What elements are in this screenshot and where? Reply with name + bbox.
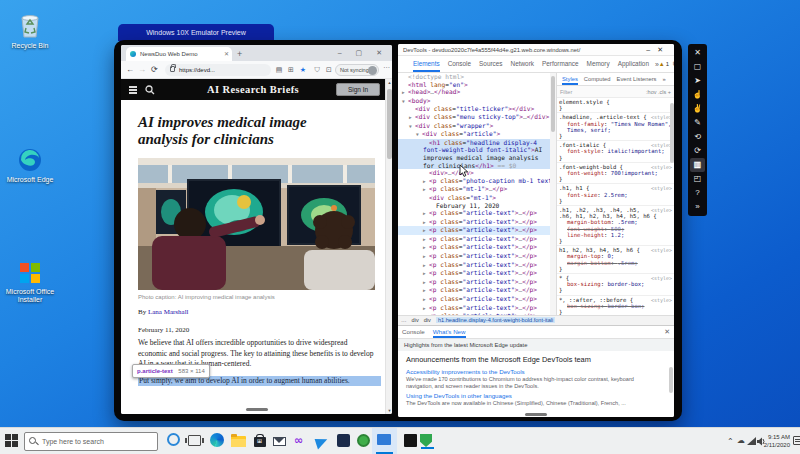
settings-gear-icon[interactable]: ⚙ — [672, 60, 674, 68]
dom-tree-line[interactable]: ▼<div class="article"> — [398, 130, 550, 139]
help-icon[interactable]: ? — [690, 186, 705, 200]
dom-tree-line[interactable]: <div class="mt-1"> — [398, 194, 550, 202]
devtools-tab-application[interactable]: Application — [618, 56, 649, 72]
breadcrumb-item[interactable]: … — [401, 317, 407, 323]
fold-posture-icon[interactable]: ◰ — [690, 172, 705, 186]
rule-source[interactable]: <style> — [651, 185, 672, 191]
dom-tree-line[interactable]: ▶<p class="mt-1">…</p> — [398, 185, 550, 194]
devtools-window-controls[interactable]: –✕ — [646, 44, 670, 56]
browser-menu-icon[interactable]: ⋯ — [383, 64, 390, 72]
style-property[interactable]: font-family: "Times New Roman", Times, s… — [559, 121, 672, 133]
dom-tree-line[interactable]: ▶<p class="article-text">…</p> — [398, 226, 550, 235]
styles-tab-computed[interactable]: Computed — [584, 73, 611, 85]
devtools-tab-network[interactable]: Network — [511, 56, 534, 72]
styles-filter[interactable]: Filter :hov .cls + — [557, 86, 674, 98]
refresh-icon[interactable]: ⟳ — [151, 61, 158, 79]
taskbar-app-navy[interactable] — [337, 433, 353, 449]
browser-tab[interactable]: NewsDuo Web Demo ✕ — [126, 47, 232, 61]
dom-tree-line[interactable]: ▼<div class="wrapper"> — [398, 122, 550, 131]
scroll-down-icon[interactable]: ▼ — [386, 408, 392, 413]
dom-tree-line[interactable]: ▶<p class="photo-caption mb-1 text-muted… — [398, 177, 550, 186]
pen-input-icon[interactable]: ✎ — [690, 116, 705, 130]
tray-cloud-icon[interactable]: ☁ — [737, 436, 745, 446]
collections-icon[interactable]: ⊞ — [286, 65, 296, 75]
dom-tree-line[interactable]: ▶<p class="article-text">…</p> — [398, 286, 550, 295]
dom-tree-line[interactable]: ▶<p class="article-text">…</p> — [398, 261, 550, 270]
rule-selector[interactable]: .h1, .h2, .h3, .h4, .h5, .h6, h1, h2, h3… — [559, 207, 657, 219]
taskbar-defender[interactable] — [420, 433, 436, 449]
tray-network-icon[interactable] — [747, 437, 756, 446]
style-property[interactable]: box-sizing: border-box; — [559, 303, 672, 309]
dom-tree-line[interactable]: <div>…</div> — [398, 169, 550, 177]
devtools-tab-elements[interactable]: Elements — [413, 56, 440, 72]
drawer-close-icon[interactable]: ✕ — [664, 328, 670, 336]
url-field[interactable]: https://devd... — [165, 64, 271, 76]
dom-tree-line[interactable]: <h1 class="headline display-4 font-weigh… — [398, 139, 550, 169]
drawer-tab-what-s-new[interactable]: What's New — [433, 326, 466, 338]
dom-tree-line[interactable]: February 11, 2020 — [398, 202, 550, 210]
taskbar-edge[interactable] — [210, 433, 226, 449]
rule-selector[interactable]: .font-weight-bold { — [559, 164, 623, 170]
emulator-window-tab[interactable]: Windows 10X Emulator Preview — [118, 24, 274, 41]
taskbar-share-app[interactable] — [316, 433, 332, 449]
rule-selector[interactable]: element.style { — [559, 99, 610, 105]
devtools-tab-memory[interactable]: Memory — [587, 56, 610, 72]
browser-window-controls[interactable]: – ▢ ✕ — [338, 46, 388, 59]
desktop-icon-office[interactable]: Microsoft Office Installer — [4, 262, 56, 304]
close-icon[interactable]: ✕ — [690, 46, 705, 60]
dom-tree-line[interactable]: ▶<p class="article-text">…</p> — [398, 218, 550, 227]
rotate-left-icon[interactable]: ⟲ — [690, 130, 705, 144]
styles-tab-event-listeners[interactable]: Event Listeners — [617, 73, 657, 85]
desktop-icon-recycle-bin[interactable]: Recycle Bin — [4, 12, 56, 50]
style-property[interactable]: font-style: italic!important; — [559, 148, 672, 154]
styles-scrollbar[interactable] — [670, 99, 674, 315]
forward-icon[interactable]: → — [138, 61, 146, 79]
favorite-star-icon[interactable]: ★ — [298, 65, 308, 75]
style-property[interactable]: font-weight: 700!important; — [559, 170, 672, 176]
favorites-bar-icon[interactable]: ⛉ — [312, 65, 322, 75]
touch-mode-icon[interactable]: ☝ — [690, 88, 705, 102]
multi-touch-icon[interactable]: ✌ — [690, 102, 705, 116]
taskbar-emulator-active[interactable] — [372, 428, 397, 454]
scroll-up-icon[interactable]: ▲ — [386, 80, 392, 85]
rule-selector[interactable]: .headline, .article-text { — [559, 114, 647, 120]
rule-selector[interactable]: .h1, h1 { — [559, 185, 589, 191]
drawer-scrollbar[interactable] — [669, 367, 673, 416]
devtools-tab-console[interactable]: Console — [448, 56, 471, 72]
breadcrumb-item[interactable]: div — [424, 317, 431, 323]
taskbar-app-green[interactable] — [357, 433, 373, 449]
start-button[interactable] — [5, 433, 21, 449]
rule-selector[interactable]: .font-italic { — [559, 142, 606, 148]
sign-in-button[interactable]: Sign In — [336, 83, 380, 96]
taskbar-app-black[interactable] — [404, 433, 420, 449]
scroll-thumb[interactable] — [387, 89, 392, 159]
rule-selector[interactable]: * { — [559, 275, 569, 281]
profile-button[interactable]: Not syncing — [335, 64, 379, 76]
devtools-tab-sources[interactable]: Sources — [479, 56, 502, 72]
dom-tree-line[interactable]: <!doctype html> — [398, 73, 550, 81]
reading-view-icon[interactable]: ▤ — [274, 65, 284, 75]
dom-tree-line[interactable]: ▼<body> — [398, 97, 550, 106]
author-link[interactable]: Lana Marshall — [148, 308, 189, 316]
maximize-icon[interactable]: ▢ — [690, 60, 705, 74]
gesture-handle[interactable] — [525, 413, 547, 416]
style-property[interactable]: margin-bottom: .5rem; — [559, 260, 672, 266]
dom-tree-line[interactable]: ▶<div class="menu sticky-top">…</div> — [398, 113, 550, 122]
dom-tree-line[interactable]: <div class="title-ticker"></div> — [398, 105, 550, 113]
styles-toggles[interactable]: :hov .cls + — [646, 86, 671, 98]
taskbar-clock[interactable]: 9:15 AM 2/11/2020 — [760, 433, 790, 449]
mouse-mode-icon[interactable]: ➤ — [690, 74, 705, 88]
rule-source[interactable]: <style> — [651, 247, 672, 253]
dom-tree-line[interactable]: ▶<p class="article-text">…</p> — [398, 304, 550, 313]
dom-tree-line[interactable]: ▶<p class="article-text">…</p> — [398, 278, 550, 287]
taskbar-store[interactable] — [252, 433, 268, 449]
more-icon[interactable]: » — [690, 200, 705, 214]
rule-source[interactable]: <style> — [651, 275, 672, 281]
rule-selector[interactable]: *, ::after, ::before { — [559, 297, 633, 303]
devtools-tab-performance[interactable]: Performance — [542, 56, 579, 72]
dom-tree-line[interactable]: ▶<p class="article-text">…</p> — [398, 209, 550, 218]
new-tab-button[interactable]: + — [237, 48, 242, 60]
taskbar-mail[interactable] — [273, 433, 289, 449]
breadcrumb-item[interactable]: h1.headline.display-4.font-weight-bold.f… — [436, 317, 555, 323]
tab-close-icon[interactable]: ✕ — [224, 47, 229, 61]
